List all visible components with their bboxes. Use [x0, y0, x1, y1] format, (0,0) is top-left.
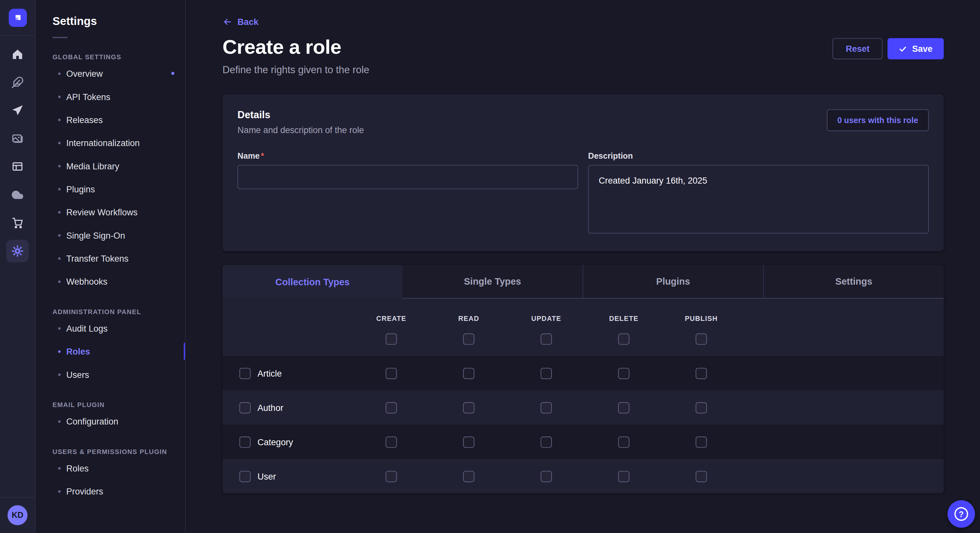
tab-plugins[interactable]: Plugins	[582, 265, 763, 298]
header-check-cell	[662, 333, 740, 345]
subnav-item-review-workflows[interactable]: Review Workflows	[36, 200, 185, 224]
app-root: KD Settings GLOBAL SETTINGSOverviewAPI T…	[0, 0, 980, 533]
users-with-role-button[interactable]: 0 users with this role	[827, 109, 929, 132]
permission-cell	[585, 402, 662, 413]
checkbox-header-read[interactable]	[463, 333, 474, 345]
subnav-item-configuration[interactable]: Configuration	[36, 409, 185, 433]
strapi-logo[interactable]	[8, 9, 27, 27]
table-row-author: Author	[223, 390, 944, 425]
back-link[interactable]: Back	[223, 17, 259, 27]
subnav-item-transfer-tokens[interactable]: Transfer Tokens	[36, 247, 185, 270]
subnav-item-audit-logs[interactable]: Audit Logs	[36, 317, 185, 339]
gear-icon[interactable]	[6, 240, 29, 262]
row-label: Author	[258, 403, 283, 412]
name-input[interactable]	[237, 165, 578, 189]
subnav-item-label: Configuration	[66, 416, 118, 426]
rail-icons	[6, 36, 29, 262]
subnav-item-plugins[interactable]: Plugins	[36, 178, 185, 200]
subnav-item-single-sign-on[interactable]: Single Sign-On	[36, 224, 185, 246]
description-label: Description	[588, 151, 929, 160]
permission-cell	[662, 436, 740, 447]
subnav-item-api-tokens[interactable]: API Tokens	[36, 85, 185, 108]
arrow-left-icon	[223, 17, 233, 27]
checkbox-user-publish[interactable]	[696, 471, 707, 482]
checkbox-author-create[interactable]	[386, 402, 397, 413]
checkbox-header-publish[interactable]	[696, 333, 707, 345]
permission-cell	[353, 436, 430, 447]
checkbox-user-create[interactable]	[386, 471, 397, 482]
subnav-section-label: GLOBAL SETTINGS	[52, 53, 181, 60]
checkbox-category-read[interactable]	[463, 436, 474, 447]
tab-collection-types[interactable]: Collection Types	[223, 265, 402, 298]
checkbox-header-delete[interactable]	[618, 333, 629, 345]
checkbox-header-create[interactable]	[386, 333, 397, 345]
description-input[interactable]: Created January 16th, 2025	[588, 165, 929, 233]
checkbox-article-publish[interactable]	[696, 368, 707, 379]
subnav-item-label: Roles	[66, 463, 89, 473]
checkbox-author-read[interactable]	[463, 402, 474, 413]
avatar[interactable]: KD	[8, 505, 27, 525]
checkbox-row-author[interactable]	[240, 402, 251, 413]
images-icon[interactable]	[6, 127, 29, 150]
save-button[interactable]: Save	[888, 38, 944, 60]
checkbox-header-update[interactable]	[541, 333, 552, 345]
bullet-icon	[58, 165, 60, 167]
bullet-icon	[58, 467, 60, 470]
tab-single-types[interactable]: Single Types	[402, 265, 582, 298]
checkbox-user-delete[interactable]	[618, 471, 629, 482]
checkbox-article-delete[interactable]	[618, 368, 629, 379]
help-button[interactable]: ?	[948, 500, 975, 528]
permission-cell	[353, 368, 430, 379]
bullet-icon	[58, 420, 60, 423]
table-row-category: Category	[223, 425, 944, 459]
subnav-section: GLOBAL SETTINGSOverviewAPI TokensRelease…	[36, 53, 185, 293]
subnav-item-providers[interactable]: Providers	[36, 479, 185, 503]
checkbox-user-read[interactable]	[463, 471, 474, 482]
layout-icon[interactable]	[6, 155, 29, 178]
checkbox-row-user[interactable]	[240, 471, 251, 482]
checkbox-row-category[interactable]	[240, 436, 251, 447]
checkbox-author-delete[interactable]	[618, 402, 629, 413]
checkbox-category-delete[interactable]	[618, 436, 629, 447]
checkbox-article-create[interactable]	[386, 368, 397, 379]
checkbox-article-update[interactable]	[541, 368, 552, 379]
checkbox-user-update[interactable]	[541, 471, 552, 482]
cloud-icon[interactable]	[6, 184, 29, 206]
header-check-cell	[430, 333, 508, 345]
permission-cell	[662, 471, 740, 482]
checkbox-author-update[interactable]	[541, 402, 552, 413]
tab-settings[interactable]: Settings	[763, 265, 944, 298]
paper-plane-icon[interactable]	[6, 99, 29, 122]
save-label: Save	[912, 44, 932, 54]
reset-button[interactable]: Reset	[832, 38, 883, 60]
subnav-item-label: Transfer Tokens	[66, 253, 128, 263]
subnav-item-releases[interactable]: Releases	[36, 108, 185, 131]
checkbox-category-publish[interactable]	[696, 436, 707, 447]
bullet-icon	[58, 234, 60, 236]
home-icon[interactable]	[6, 43, 29, 65]
subnav-item-label: Users	[66, 370, 89, 379]
subnav-section: USERS & PERMISSIONS PLUGINRolesProviders	[36, 448, 185, 503]
subnav-item-label: Single Sign-On	[66, 230, 125, 240]
feather-icon[interactable]	[6, 71, 29, 94]
checkbox-article-read[interactable]	[463, 368, 474, 379]
subnav-item-label: Audit Logs	[66, 323, 108, 333]
cart-icon[interactable]	[6, 212, 29, 234]
subnav-item-roles[interactable]: Roles	[36, 457, 185, 479]
checkbox-category-update[interactable]	[541, 436, 552, 447]
subnav-item-roles[interactable]: Roles	[36, 339, 185, 363]
table-row-article: Article	[223, 356, 944, 390]
checkbox-row-article[interactable]	[240, 368, 251, 379]
permission-cell	[353, 402, 430, 413]
checkbox-author-publish[interactable]	[696, 402, 707, 413]
subnav-item-media-library[interactable]: Media Library	[36, 154, 185, 177]
permission-cell	[508, 402, 585, 413]
subnav-item-overview[interactable]: Overview	[36, 62, 185, 85]
permission-cell	[430, 471, 508, 482]
row-label: User	[258, 471, 276, 481]
subnav-item-internationalization[interactable]: Internationalization	[36, 131, 185, 154]
checkbox-category-create[interactable]	[386, 436, 397, 447]
subnav-item-users[interactable]: Users	[36, 363, 185, 386]
subnav-item-webhooks[interactable]: Webhooks	[36, 270, 185, 293]
permissions-table-header: CREATEREADUPDATEDELETEPUBLISH	[223, 298, 944, 356]
